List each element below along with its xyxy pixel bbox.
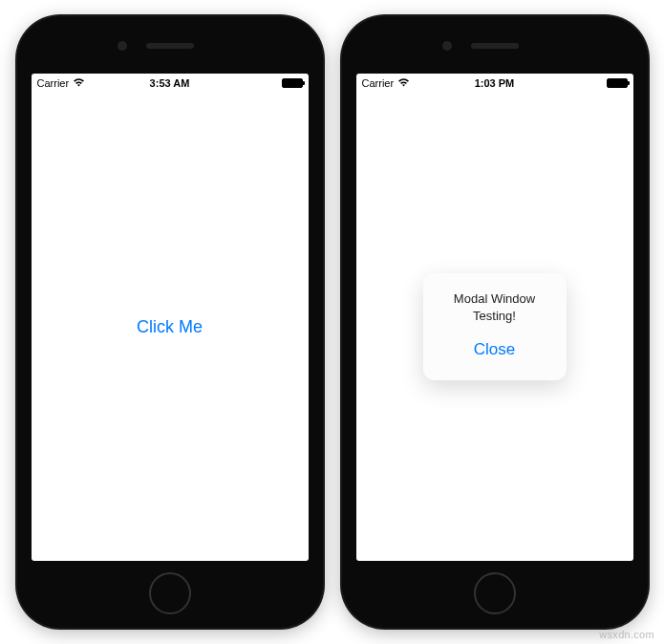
click-me-button[interactable]: Click Me — [137, 317, 203, 337]
home-button[interactable] — [149, 572, 191, 614]
status-bar: Carrier 1:03 PM — [356, 74, 633, 93]
phone-device-left: Carrier 3:53 AM Click Me — [17, 16, 323, 628]
carrier-label: Carrier — [362, 77, 395, 89]
wifi-icon — [73, 77, 85, 89]
screen-right: Carrier 1:03 PM Modal Window Testing! Cl… — [356, 74, 633, 561]
status-time: 1:03 PM — [475, 77, 515, 89]
screen-left: Carrier 3:53 AM Click Me — [32, 74, 309, 561]
watermark: wsxdn.com — [599, 629, 654, 640]
carrier-label: Carrier — [37, 77, 70, 89]
close-button[interactable]: Close — [474, 340, 515, 359]
status-right — [282, 78, 303, 88]
status-time: 3:53 AM — [150, 77, 190, 89]
wifi-icon — [397, 77, 410, 89]
status-bar: Carrier 3:53 AM — [32, 74, 309, 93]
battery-icon — [607, 78, 628, 88]
status-left: Carrier — [362, 77, 411, 89]
main-content: Modal Window Testing! Close — [356, 93, 633, 561]
home-button[interactable] — [474, 572, 516, 614]
modal-message: Modal Window Testing! — [433, 290, 557, 324]
status-right — [607, 78, 628, 88]
phone-device-right: Carrier 1:03 PM Modal Window Testing! Cl… — [342, 16, 648, 628]
main-content: Click Me — [32, 93, 309, 561]
modal-window: Modal Window Testing! Close — [423, 273, 567, 379]
battery-icon — [282, 78, 303, 88]
status-left: Carrier — [37, 77, 86, 89]
